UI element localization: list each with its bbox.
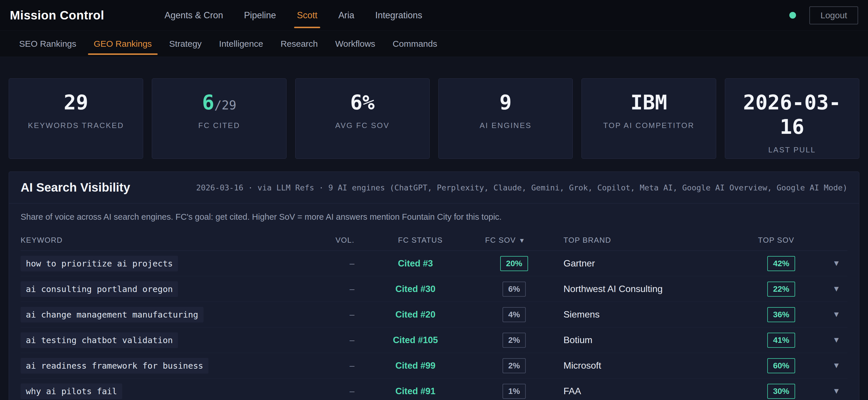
tab-intelligence[interactable]: Intelligence	[215, 31, 267, 57]
volume-cell: –	[308, 259, 354, 269]
nav-item-pipeline[interactable]: Pipeline	[241, 0, 279, 30]
stat-card-top-ai-competitor: IBM TOP AI COMPETITOR	[582, 79, 716, 159]
table-row: why ai pilots fail – Cited #91 1% FAA 30…	[21, 378, 847, 400]
fc-sov-badge: 4%	[502, 307, 526, 322]
keyword-pill: ai testing chatbot validation	[21, 332, 178, 348]
column-header-top-sov[interactable]: TOP SOV	[738, 236, 825, 245]
table-row: ai testing chatbot validation – Cited #1…	[21, 328, 847, 353]
column-header-vol[interactable]: VOL.	[308, 236, 354, 245]
status-online-dot	[789, 12, 796, 19]
top-brand-cell: Botium	[552, 335, 738, 345]
keyword-pill: why ai pilots fail	[21, 383, 122, 399]
row-expand-icon[interactable]: ▼	[825, 284, 848, 294]
fc-status-cell: Cited #91	[354, 386, 476, 397]
tab-research[interactable]: Research	[276, 31, 322, 57]
keyword-pill: ai readiness framework for business	[21, 358, 209, 374]
row-expand-icon[interactable]: ▼	[825, 336, 848, 344]
fc-sov-badge: 6%	[502, 282, 526, 297]
fc-sov-badge: 1%	[502, 384, 526, 399]
stat-card-fc-cited: 6/29 FC CITED	[152, 79, 286, 159]
top-sov-badge: 41%	[767, 333, 795, 348]
row-expand-icon[interactable]: ▼	[825, 387, 848, 396]
stat-value: 2026-03-16	[732, 90, 852, 139]
table-row: ai readiness framework for business – Ci…	[21, 353, 847, 378]
tab-commands[interactable]: Commands	[389, 31, 441, 57]
fc-status-cell: Cited #99	[354, 361, 476, 371]
tab-seo-rankings[interactable]: SEO Rankings	[15, 31, 81, 57]
fc-status-cell: Cited #20	[354, 309, 476, 320]
nav-item-aria[interactable]: Aria	[335, 0, 357, 30]
stat-label: AVG FC SOV	[303, 121, 423, 130]
fc-status-cell: Cited #3	[354, 258, 476, 269]
tab-strategy[interactable]: Strategy	[165, 31, 206, 57]
nav-item-agents-cron[interactable]: Agents & Cron	[162, 0, 226, 30]
panel-header: AI Search Visibility 2026-03-16 · via LL…	[9, 172, 859, 204]
stat-cards-row: 29 KEYWORDS TRACKED 6/29 FC CITED 6% AVG…	[9, 79, 859, 159]
stat-card-keywords-tracked: 29 KEYWORDS TRACKED	[9, 79, 143, 159]
volume-cell: –	[308, 284, 354, 294]
nav-item-integrations[interactable]: Integrations	[372, 0, 425, 30]
volume-cell: –	[308, 387, 354, 396]
stat-label: TOP AI COMPETITOR	[589, 121, 709, 130]
top-sov-badge: 30%	[767, 384, 795, 399]
logout-button[interactable]: Logout	[809, 6, 858, 24]
stat-label: LAST PULL	[732, 146, 852, 154]
stat-value: 29	[16, 90, 136, 115]
stat-label: FC CITED	[159, 121, 279, 130]
column-header-fc-status[interactable]: FC STATUS	[354, 236, 476, 245]
stat-card-last-pull: 2026-03-16 LAST PULL	[725, 79, 859, 159]
keyword-pill: ai change management manufacturing	[21, 307, 204, 322]
top-nav-items: Agents & Cron Pipeline Scott Aria Integr…	[154, 0, 433, 30]
top-sov-badge: 60%	[767, 358, 795, 373]
fc-sov-badge: 2%	[502, 358, 526, 373]
app-title: Mission Control	[10, 8, 104, 22]
top-nav: Mission Control Agents & Cron Pipeline S…	[0, 0, 868, 31]
top-brand-cell: Northwest AI Consulting	[552, 284, 738, 294]
top-brand-cell: Siemens	[552, 309, 738, 320]
stat-card-avg-fc-sov: 6% AVG FC SOV	[295, 79, 430, 159]
volume-cell: –	[308, 335, 354, 345]
top-sov-badge: 42%	[767, 256, 795, 271]
nav-item-scott[interactable]: Scott	[294, 0, 320, 30]
stat-value: 6/29	[159, 90, 279, 115]
stat-value: 6%	[303, 90, 423, 115]
ai-search-visibility-panel: AI Search Visibility 2026-03-16 · via LL…	[9, 172, 859, 400]
volume-cell: –	[308, 361, 354, 371]
row-expand-icon[interactable]: ▼	[825, 259, 848, 268]
panel-meta: 2026-03-16 · via LLM Refs · 9 AI engines…	[196, 183, 847, 192]
fc-status-cell: Cited #105	[354, 335, 476, 345]
panel-title: AI Search Visibility	[21, 181, 130, 194]
column-header-fc-sov[interactable]: FC SOV▼	[476, 236, 552, 245]
fc-status-cell: Cited #30	[354, 284, 476, 294]
panel-description: Share of voice across AI search engines.…	[9, 204, 859, 222]
tab-workflows[interactable]: Workflows	[331, 31, 379, 57]
top-brand-cell: Gartner	[552, 258, 738, 269]
stat-label: AI ENGINES	[445, 121, 565, 130]
stat-value: 9	[445, 90, 565, 115]
volume-cell: –	[308, 310, 354, 319]
top-brand-cell: Microsoft	[552, 360, 738, 371]
top-sov-badge: 36%	[767, 307, 795, 322]
top-brand-cell: FAA	[552, 386, 738, 397]
fc-sov-badge: 20%	[500, 256, 528, 271]
stat-value: IBM	[589, 90, 709, 115]
stat-card-ai-engines: 9 AI ENGINES	[438, 79, 573, 159]
table-header-row: KEYWORD VOL. FC STATUS FC SOV▼ TOP BRAND…	[21, 230, 847, 251]
tab-geo-rankings[interactable]: GEO Rankings	[90, 31, 156, 57]
table-row: ai consulting portland oregon – Cited #3…	[21, 276, 847, 302]
section-tab-bar: SEO Rankings GEO Rankings Strategy Intel…	[0, 31, 868, 57]
top-sov-badge: 22%	[767, 282, 795, 297]
table-row: how to prioritize ai projects – Cited #3…	[21, 251, 847, 276]
main-content: 29 KEYWORDS TRACKED 6/29 FC CITED 6% AVG…	[0, 57, 868, 400]
fc-sov-badge: 2%	[502, 333, 526, 348]
stat-label: KEYWORDS TRACKED	[16, 121, 136, 130]
column-header-top-brand[interactable]: TOP BRAND	[552, 236, 738, 245]
keyword-pill: how to prioritize ai projects	[21, 256, 178, 271]
column-header-keyword[interactable]: KEYWORD	[21, 236, 308, 245]
keyword-pill: ai consulting portland oregon	[21, 281, 178, 297]
row-expand-icon[interactable]: ▼	[825, 361, 848, 370]
table-row: ai change management manufacturing – Cit…	[21, 302, 847, 328]
sort-desc-icon: ▼	[519, 237, 525, 244]
row-expand-icon[interactable]: ▼	[825, 310, 848, 319]
